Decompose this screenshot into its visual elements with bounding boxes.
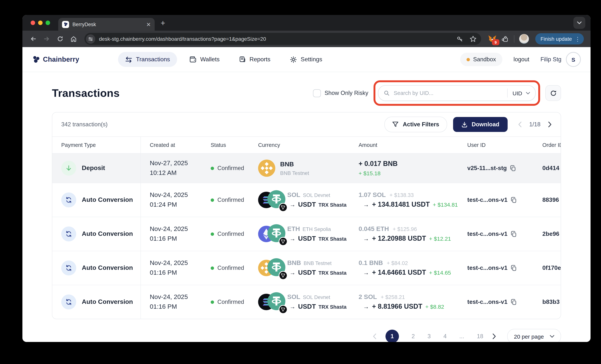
close-window-button[interactable]: [31, 20, 35, 25]
user-avatar[interactable]: S: [566, 52, 581, 67]
funnel-icon: [392, 121, 399, 127]
status-label: Confirmed: [217, 231, 244, 237]
search-icon: [384, 90, 390, 96]
minimize-window-button[interactable]: [38, 20, 43, 25]
home-button[interactable]: [68, 33, 79, 44]
logout-link[interactable]: logout: [514, 56, 529, 63]
copy-icon[interactable]: [511, 265, 517, 271]
from-network: SOL Devnet: [303, 294, 330, 300]
page-number[interactable]: 3: [428, 333, 431, 340]
copy-icon[interactable]: [511, 299, 517, 305]
arrow-right-icon: →: [290, 303, 295, 310]
reload-button[interactable]: [55, 33, 66, 44]
password-key-icon[interactable]: [456, 35, 463, 42]
table-row[interactable]: Auto Conversion Nov-24, 202501:24 PM Con…: [52, 183, 561, 217]
amount-usd: + $15.18: [359, 170, 458, 176]
copy-icon[interactable]: [511, 197, 517, 203]
app-navbar: Chainberry Transactions Wallets Reports: [22, 47, 591, 72]
to-network: TRX Shasta: [319, 270, 346, 276]
metamask-extension-icon[interactable]: 9: [488, 34, 497, 43]
bookmark-star-icon[interactable]: [470, 35, 477, 42]
refresh-button[interactable]: [545, 85, 561, 101]
nav-item-transactions[interactable]: Transactions: [118, 52, 177, 67]
to-amount-usd: + $8.82: [425, 303, 444, 310]
status-dot-icon: [211, 232, 214, 236]
back-button[interactable]: [28, 33, 39, 44]
search-input[interactable]: [393, 90, 502, 96]
copy-icon[interactable]: [510, 165, 516, 171]
browser-window: BerryDesk ✕ + desk-stg.chainberry.com/da…: [22, 15, 591, 342]
payment-type-label: Auto Conversion: [82, 264, 133, 272]
from-network: BNB Testnet: [304, 261, 332, 266]
to-coin: USDT: [298, 201, 316, 209]
tab-search-button[interactable]: [573, 17, 585, 29]
nav-item-settings[interactable]: Settings: [283, 52, 330, 67]
table-row[interactable]: Auto Conversion Nov-24, 202501:16 PM Con…: [52, 251, 561, 285]
table-row[interactable]: Auto Conversion Nov-24, 202501:16 PM Con…: [52, 285, 561, 319]
extensions-puzzle-icon[interactable]: [502, 35, 509, 43]
download-button[interactable]: Download: [453, 117, 508, 132]
payment-type-label: Auto Conversion: [82, 196, 133, 204]
browser-menu-icon[interactable]: ⋮: [575, 36, 581, 42]
to-amount: + 12.20988 USDT: [372, 235, 426, 243]
status-label: Confirmed: [217, 265, 244, 271]
page-number[interactable]: 4: [443, 333, 447, 340]
trx-badge-icon: [279, 271, 288, 280]
page-number-current[interactable]: 1: [385, 330, 399, 342]
site-settings-icon[interactable]: [86, 34, 95, 43]
arrow-right-icon: →: [290, 202, 295, 208]
user-id: test-c...ons-v1: [467, 197, 507, 203]
page-content: Chainberry Transactions Wallets Reports: [22, 47, 591, 342]
tab-close-icon[interactable]: ✕: [146, 21, 151, 27]
status-label: Confirmed: [217, 197, 244, 203]
finish-update-button[interactable]: Finish update ⋮: [535, 33, 584, 44]
order-id: b83b3: [533, 299, 561, 305]
zoom-window-button[interactable]: [46, 20, 50, 25]
transfer-arrows-icon: [125, 56, 132, 63]
screenshot-stage: BerryDesk ✕ + desk-stg.chainberry.com/da…: [0, 0, 601, 364]
order-id: 0f170e: [533, 265, 561, 271]
browser-tab[interactable]: BerryDesk ✕: [58, 18, 155, 31]
col-status: Status: [202, 142, 249, 148]
to-coin: USDT: [298, 269, 316, 277]
table-row[interactable]: Auto Conversion Nov-24, 202501:16 PM Con…: [52, 217, 561, 251]
created-time: 01:16 PM: [150, 302, 202, 312]
table-row[interactable]: Deposit Nov-27, 202510:12 AM Confirmed B…: [52, 154, 561, 183]
status-dot-icon: [211, 198, 214, 202]
table-header-row: Payment Type Created at Status Currency …: [52, 137, 561, 154]
prev-page-icon[interactable]: [373, 333, 377, 339]
browser-profile-avatar[interactable]: [519, 34, 529, 44]
search-filter-select[interactable]: UID: [512, 90, 530, 96]
risky-checkbox[interactable]: [313, 89, 321, 97]
next-page-icon[interactable]: [548, 121, 552, 127]
col-amount: Amount: [350, 142, 458, 148]
order-id: 2be96: [533, 231, 561, 237]
from-network: ETH Sepolia: [302, 226, 331, 232]
nav-item-wallets[interactable]: Wallets: [182, 52, 227, 67]
transactions-card: 342 transaction(s) Active Filters Downlo…: [52, 112, 561, 319]
next-page-icon[interactable]: [492, 333, 496, 339]
from-amount: 2 SOL: [359, 293, 377, 301]
show-only-risky-toggle[interactable]: Show Only Risky: [313, 89, 368, 97]
forward-button[interactable]: [41, 33, 52, 44]
search-bar[interactable]: UID: [378, 85, 536, 101]
prev-page-icon[interactable]: [518, 121, 522, 127]
trx-badge-icon: [279, 237, 288, 246]
payment-type-label: Auto Conversion: [82, 298, 133, 306]
user-id: test-c...ons-v1: [467, 231, 507, 237]
sandbox-dot-icon: [466, 58, 470, 61]
url-bar[interactable]: desk-stg.chainberry.com/dashboard/transa…: [84, 33, 481, 45]
deposit-arrow-icon: [65, 165, 72, 172]
active-filters-button[interactable]: Active Filters: [385, 117, 447, 132]
auto-conversion-icon: [65, 265, 72, 271]
copy-icon[interactable]: [511, 231, 517, 237]
to-coin: USDT: [298, 303, 316, 311]
per-page-select[interactable]: 20 per page: [507, 329, 561, 342]
page-number[interactable]: 2: [412, 333, 415, 340]
nav-item-reports[interactable]: Reports: [232, 52, 278, 67]
brand-logo[interactable]: Chainberry: [32, 55, 79, 63]
page-number[interactable]: 18: [477, 333, 483, 340]
new-tab-button[interactable]: +: [160, 19, 165, 27]
amount-crypto: + 0.017 BNB: [359, 160, 458, 168]
order-id: 88396: [533, 197, 561, 203]
